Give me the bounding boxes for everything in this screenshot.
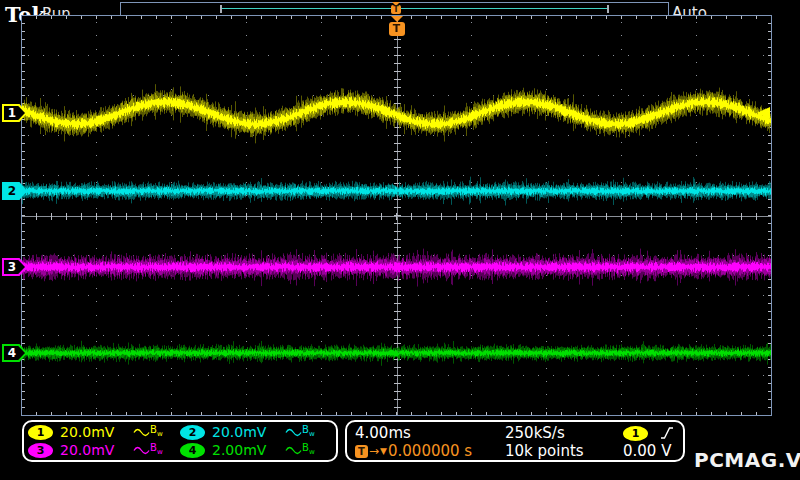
trigger-position-value: 0.000000 s bbox=[388, 442, 472, 460]
sample-rate-readout: 250kS/s bbox=[505, 424, 623, 442]
time-per-div-readout: 4.00ms bbox=[355, 424, 505, 442]
channel-2-readout[interactable]: 220.0mVBw bbox=[180, 423, 332, 441]
channel-2-badge: 2 bbox=[180, 425, 205, 440]
watermark: PCMAG.VN bbox=[694, 448, 800, 472]
channel-readout-box: 120.0mVBw220.0mVBw320.0mVBw42.00mVBw bbox=[22, 420, 338, 462]
channel-4-badge: 4 bbox=[180, 443, 205, 458]
channel-3-position-marker[interactable]: 3 bbox=[2, 258, 27, 276]
trigger-position-mini-icon: T bbox=[389, 2, 403, 14]
trigger-t-icon: T bbox=[391, 5, 401, 14]
trigger-t-icon: T bbox=[355, 445, 368, 458]
waveform-display bbox=[21, 15, 772, 416]
trigger-position-readout: T → ▼ 0.000000 s bbox=[355, 442, 505, 460]
ac-sine-icon: Bw bbox=[133, 444, 163, 457]
record-length-readout: 10k points bbox=[505, 442, 623, 460]
ac-sine-icon: Bw bbox=[285, 444, 315, 457]
trigger-source-badge: 1 bbox=[623, 426, 648, 441]
trigger-position-marker[interactable]: T bbox=[388, 16, 405, 36]
oscilloscope-screen: Tek Run Auto T T 1234 120.0mVBw220.0mVBw… bbox=[0, 0, 800, 480]
channel-1-scale: 20.0mV bbox=[60, 424, 126, 440]
ac-sine-icon: Bw bbox=[285, 426, 315, 439]
channel-3-readout[interactable]: 320.0mVBw bbox=[28, 441, 180, 459]
trigger-t-icon: T bbox=[389, 22, 405, 36]
channel-1-position-marker[interactable]: 1 bbox=[2, 104, 27, 122]
rising-slope-icon bbox=[660, 425, 674, 441]
ac-sine-icon: Bw bbox=[133, 426, 163, 439]
horizontal-trigger-readout-box: 4.00ms 250kS/s 1 T → ▼ 0.000000 s 10k po… bbox=[345, 420, 685, 462]
channel-3-badge: 3 bbox=[28, 443, 53, 458]
window-bracket-left bbox=[220, 5, 222, 13]
right-arrow-icon: → bbox=[369, 444, 379, 458]
channel-4-position-marker[interactable]: 4 bbox=[2, 344, 27, 362]
trigger-source-readout: 1 bbox=[623, 425, 675, 441]
down-triangle-icon: ▼ bbox=[380, 446, 387, 456]
acquisition-preview-bar: T bbox=[120, 2, 669, 16]
trigger-level-readout: 0.00 V bbox=[623, 442, 675, 460]
record-waveform-line bbox=[221, 8, 609, 9]
trigger-level-arrow-icon[interactable] bbox=[757, 107, 770, 119]
channel-1-badge: 1 bbox=[28, 425, 53, 440]
channel-3-scale: 20.0mV bbox=[60, 442, 126, 458]
channel-4-scale: 2.00mV bbox=[212, 442, 278, 458]
channel-2-position-marker[interactable]: 2 bbox=[2, 182, 27, 200]
channel-1-readout[interactable]: 120.0mVBw bbox=[28, 423, 180, 441]
window-bracket-right bbox=[607, 5, 609, 13]
channel-4-readout[interactable]: 42.00mVBw bbox=[180, 441, 332, 459]
channel-2-scale: 20.0mV bbox=[212, 424, 278, 440]
